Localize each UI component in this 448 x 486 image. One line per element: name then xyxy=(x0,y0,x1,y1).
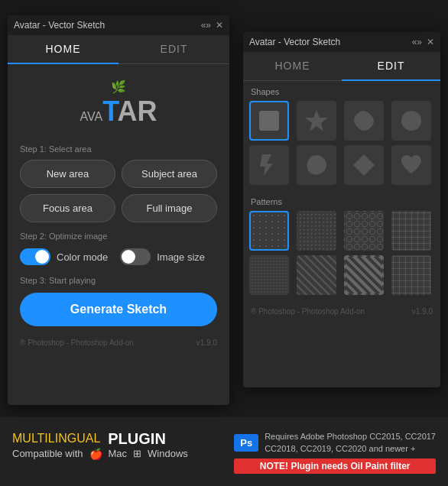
logo-prefix: AVA xyxy=(80,110,103,123)
pattern-smalldots[interactable] xyxy=(297,211,336,251)
step2-label: Step 2: Optimize image xyxy=(20,232,217,241)
pattern-dots[interactable] xyxy=(249,211,289,251)
new-area-button[interactable]: New area xyxy=(20,160,115,188)
toggle-knob-size xyxy=(122,250,135,264)
logo-leaf-icon: 🌿 xyxy=(20,79,217,94)
color-mode-label: Color mode xyxy=(57,251,108,263)
footer-version: v1.9.0 xyxy=(196,339,217,347)
right-footer-version: v1.9.0 xyxy=(412,307,433,316)
svg-rect-0 xyxy=(259,111,279,131)
shapes-label: Shapes xyxy=(243,81,440,101)
ps-badge: Ps xyxy=(234,434,258,452)
left-title: Avatar - Vector Sketch xyxy=(14,20,105,31)
area-buttons-grid: New area Subject area Focus area Full im… xyxy=(20,160,217,222)
right-titlebar: Avatar - Vector Sketch «» ✕ xyxy=(243,32,440,52)
shape-diamond[interactable] xyxy=(344,145,384,185)
pattern-circles[interactable] xyxy=(344,211,384,251)
svg-marker-6 xyxy=(353,154,375,176)
plugin-label: PLUGIN xyxy=(108,430,166,448)
patterns-label: Patterns xyxy=(243,191,440,211)
color-mode-toggle[interactable] xyxy=(20,248,50,265)
windows-icon: ⊞ xyxy=(133,448,141,459)
requires-text: Requires Adobe Photoshop CC2015, CC2017C… xyxy=(265,430,436,455)
apple-icon: 🍎 xyxy=(89,448,102,460)
full-image-button[interactable]: Full image xyxy=(122,194,217,222)
ps-requires-row: Ps Requires Adobe Photoshop CC2015, CC20… xyxy=(234,430,436,455)
shape-star[interactable] xyxy=(297,101,336,141)
shape-heart[interactable] xyxy=(391,145,431,185)
svg-marker-1 xyxy=(305,110,328,131)
right-panel: Avatar - Vector Sketch «» ✕ HOME EDIT Sh… xyxy=(243,32,440,387)
left-panel: Avatar - Vector Sketch «» ✕ HOME EDIT 🌿 … xyxy=(8,15,229,405)
banner-left: MULTILINGUAL PLUGIN Compatible with 🍎 Ma… xyxy=(12,430,188,460)
shape-splat[interactable] xyxy=(344,101,384,141)
compatible-row: Compatible with 🍎 Mac ⊞ Windows xyxy=(12,448,188,460)
note-bar: NOTE! Plugin needs Oil Paint filter xyxy=(234,458,436,474)
step1-label: Step 1: Select area xyxy=(20,144,217,154)
step3-label: Step 3: Start playing xyxy=(20,276,217,285)
right-panel-footer: ® Photoshop - Photoshop Add-on v1.9.0 xyxy=(243,304,440,319)
color-mode-toggle-group: Color mode xyxy=(20,248,108,265)
svg-point-4 xyxy=(401,111,421,131)
left-panel-footer: ® Photoshop - Photoshop Add-on v1.9.0 xyxy=(8,334,229,352)
pattern-stripe[interactable] xyxy=(344,255,384,295)
pattern-crosshatch[interactable] xyxy=(391,255,431,295)
image-size-toggle[interactable] xyxy=(120,248,151,265)
svg-marker-5 xyxy=(260,154,273,176)
left-titlebar-controls: «» ✕ xyxy=(201,20,223,31)
pattern-grid[interactable] xyxy=(391,211,431,251)
right-close-icon[interactable]: ✕ xyxy=(427,37,434,47)
footer-left-text: ® Photoshop - Photoshop Add-on xyxy=(20,339,134,347)
tab-home-left[interactable]: HOME xyxy=(8,35,118,64)
multilingual-row: MULTILINGUAL PLUGIN xyxy=(12,430,188,448)
bottom-banner: MULTILINGUAL PLUGIN Compatible with 🍎 Ma… xyxy=(0,417,448,486)
left-panel-body: 🌿 AVATAR Step 1: Select area New area Su… xyxy=(8,64,229,334)
image-size-toggle-group: Image size xyxy=(120,248,205,265)
shape-lightning[interactable] xyxy=(249,145,289,185)
close-icon[interactable]: ✕ xyxy=(216,20,223,31)
optimize-row: Color mode Image size xyxy=(20,248,217,265)
tab-edit-left[interactable]: EDIT xyxy=(118,35,229,63)
right-title: Avatar - Vector Sketch xyxy=(249,37,340,47)
pattern-diagonal[interactable] xyxy=(297,255,336,295)
right-panel-body: Shapes xyxy=(243,81,440,319)
shape-circle[interactable] xyxy=(391,101,431,141)
left-tabs: HOME EDIT xyxy=(8,35,229,64)
avatar-logo: 🌿 AVATAR xyxy=(20,72,217,138)
right-titlebar-controls: «» ✕ xyxy=(412,37,434,47)
subject-area-button[interactable]: Subject area xyxy=(122,160,217,188)
compatible-label: Compatible with xyxy=(12,448,83,459)
left-titlebar: Avatar - Vector Sketch «» ✕ xyxy=(8,15,229,35)
shape-square[interactable] xyxy=(249,101,289,141)
mac-label: Mac xyxy=(109,448,128,459)
right-tabs: HOME EDIT xyxy=(243,52,440,81)
tab-edit-right[interactable]: EDIT xyxy=(342,52,440,81)
multilingual-label: MULTILINGUAL xyxy=(12,432,100,446)
tab-home-right[interactable]: HOME xyxy=(243,52,342,80)
avatar-logotype: AVATAR xyxy=(20,96,217,128)
banner-right: Ps Requires Adobe Photoshop CC2015, CC20… xyxy=(234,430,436,474)
shapes-grid xyxy=(243,101,440,191)
generate-sketch-button[interactable]: Generate Sketch xyxy=(20,293,217,326)
windows-label: Windows xyxy=(148,448,188,459)
pattern-noise[interactable] xyxy=(249,255,289,295)
svg-point-3 xyxy=(354,109,374,131)
focus-area-button[interactable]: Focus area xyxy=(20,194,115,222)
logo-highlight: T xyxy=(102,96,117,127)
patterns-grid xyxy=(243,211,440,301)
logo-suffix: AR xyxy=(117,96,157,127)
toggle-knob-color xyxy=(35,250,49,264)
resize-icon[interactable]: «» xyxy=(201,20,211,31)
right-footer-left: ® Photoshop - Photoshop Add-on xyxy=(251,307,365,316)
right-resize-icon[interactable]: «» xyxy=(412,37,422,47)
image-size-label: Image size xyxy=(157,251,205,263)
shape-blob[interactable] xyxy=(297,145,336,185)
